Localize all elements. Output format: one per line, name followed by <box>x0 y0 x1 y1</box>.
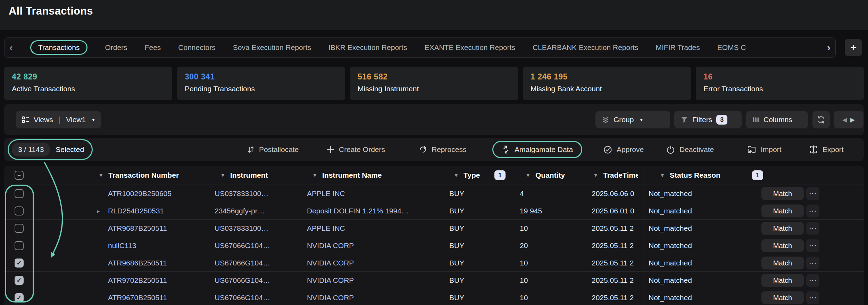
deactivate-button[interactable]: Deactivate <box>666 138 714 161</box>
tab-clearbank-execution-reports[interactable]: CLEARBANK Execution Reports <box>533 43 639 52</box>
transaction-number-link[interactable]: ATR9687B250511 <box>108 224 167 232</box>
filters-button[interactable]: Filters 3 <box>674 111 742 128</box>
row-checkbox[interactable]: ✓ <box>15 293 24 302</box>
match-button[interactable]: Match <box>761 274 804 287</box>
instrument-name-link[interactable]: NVIDIA CORP <box>307 294 354 302</box>
match-button[interactable]: Match <box>761 204 804 217</box>
stat-value: 1 246 195 <box>531 72 683 82</box>
instrument-link[interactable]: US67066G104… <box>215 276 270 285</box>
transaction-number-link[interactable]: ATR9702B250511 <box>108 276 167 285</box>
tab-fees[interactable]: Fees <box>145 43 161 52</box>
table-row: ▸ RLD254B250531 23456ggfy-pr… Deposit DO… <box>4 202 864 219</box>
create-orders-button[interactable]: Create Orders <box>327 138 385 161</box>
instrument-name-link[interactable]: Deposit DOLFIN 1.21% 1994… <box>307 207 409 215</box>
prev-icon[interactable]: ◀ <box>842 116 847 124</box>
row-checkbox[interactable]: ✓ <box>15 276 24 285</box>
transaction-number-link[interactable]: ATR10029B250605 <box>108 189 172 198</box>
import-button[interactable]: Import <box>747 138 782 161</box>
row-expander-icon[interactable]: ▸ <box>97 207 100 214</box>
tabs-scroll-right-icon[interactable]: › <box>827 42 831 53</box>
col-header-instrument-name[interactable]: Instrument Name <box>322 171 382 179</box>
sort-icon[interactable]: ▾ <box>455 172 458 178</box>
instrument-link[interactable]: 23456ggfy-pr… <box>215 207 265 215</box>
tab-transactions[interactable]: Transactions <box>30 40 87 55</box>
row-more-icon[interactable]: ⋯ <box>806 256 819 269</box>
tab-ibkr-execution-reports[interactable]: IBKR Execution Reports <box>328 43 407 52</box>
tab-orders[interactable]: Orders <box>105 43 127 52</box>
status-reason-cell: Not_matched <box>649 294 692 302</box>
sort-icon[interactable]: ▾ <box>222 172 224 178</box>
sort-icon[interactable]: ▾ <box>594 172 597 178</box>
col-header-quantity[interactable]: Quantity <box>535 171 565 179</box>
sort-icon[interactable]: ▾ <box>527 172 529 178</box>
columns-icon <box>752 116 759 124</box>
instrument-name-link[interactable]: APPLE INC <box>307 189 345 198</box>
approve-button[interactable]: Approve <box>603 138 644 161</box>
power-icon <box>666 145 675 154</box>
col-header-status-reason[interactable]: Status Reason <box>670 171 720 179</box>
export-button[interactable]: Export <box>809 138 844 161</box>
refresh-button[interactable] <box>812 111 830 128</box>
instrument-link[interactable]: US67066G104… <box>215 294 270 302</box>
col-header-type[interactable]: Type <box>464 171 480 179</box>
stat-cards: 42 829 Active Transactions 300 341 Pendi… <box>4 67 864 100</box>
sort-icon[interactable]: ▾ <box>314 172 316 178</box>
group-button[interactable]: Group ▾ <box>595 111 670 128</box>
divider: | <box>59 115 61 124</box>
stat-value: 300 341 <box>185 72 337 82</box>
tab-sova-execution-reports[interactable]: Sova Execution Reports <box>233 43 311 52</box>
col-header-instrument[interactable]: Instrument <box>230 171 268 179</box>
match-button[interactable]: Match <box>761 239 804 252</box>
stat-card-pending: 300 341 Pending Transactions <box>177 67 345 100</box>
row-more-icon[interactable]: ⋯ <box>806 291 819 304</box>
instrument-link[interactable]: US67066G104… <box>215 259 270 267</box>
reprocess-button[interactable]: Reprocess <box>419 138 466 161</box>
pagination-arrows[interactable]: ◀ ▶ <box>834 111 863 128</box>
row-more-icon[interactable]: ⋯ <box>806 204 819 217</box>
next-icon[interactable]: ▶ <box>850 116 855 124</box>
col-header-transaction-number[interactable]: Transaction Number <box>108 171 179 179</box>
transaction-number-link[interactable]: nullC113 <box>108 242 136 250</box>
sort-icon[interactable]: ▾ <box>100 172 102 178</box>
row-more-icon[interactable]: ⋯ <box>806 187 819 200</box>
transaction-number-link[interactable]: RLD254B250531 <box>108 207 164 215</box>
instrument-link[interactable]: US67066G104… <box>215 242 270 250</box>
postallocate-button[interactable]: Postallocate <box>247 138 299 161</box>
export-label: Export <box>823 145 844 154</box>
match-button[interactable]: Match <box>761 256 804 269</box>
select-all-checkbox[interactable]: – <box>15 171 24 180</box>
instrument-link[interactable]: US037833100… <box>215 189 268 198</box>
instrument-name-link[interactable]: NVIDIA CORP <box>307 259 354 267</box>
columns-button[interactable]: Columns <box>746 111 808 128</box>
match-button[interactable]: Match <box>761 187 804 200</box>
tab-connectors[interactable]: Connectors <box>178 43 215 52</box>
amalgamate-annotation-outline[interactable]: Amalgamate Data <box>492 141 582 158</box>
instrument-name-link[interactable]: NVIDIA CORP <box>307 242 354 250</box>
instrument-link[interactable]: US037833100… <box>215 224 268 232</box>
instrument-name-link[interactable]: APPLE INC <box>307 224 345 232</box>
tabs-scroll-left-icon[interactable]: ‹ <box>9 42 13 53</box>
amalgamate-label: Amalgamate Data <box>515 145 573 154</box>
sort-icon[interactable]: ▾ <box>661 172 664 178</box>
row-checkbox[interactable]: ✓ <box>15 259 24 268</box>
tab-eoms[interactable]: EOMS C <box>717 43 746 52</box>
row-checkbox[interactable] <box>15 241 24 250</box>
transaction-number-link[interactable]: ATR9686B250511 <box>108 259 167 267</box>
col-header-trade-time[interactable]: TradeTime <box>603 171 638 179</box>
match-button[interactable]: Match <box>761 222 804 235</box>
transaction-number-link[interactable]: ATR9670B250511 <box>108 294 167 302</box>
instrument-name-link[interactable]: NVIDIA CORP <box>307 276 354 285</box>
tab-exante-execution-reports[interactable]: EXANTE Execution Reports <box>424 43 515 52</box>
tab-mifir-trades[interactable]: MIFIR Trades <box>656 43 700 52</box>
row-checkbox[interactable] <box>15 189 24 198</box>
row-more-icon[interactable]: ⋯ <box>806 274 819 287</box>
row-more-icon[interactable]: ⋯ <box>806 239 819 252</box>
match-button[interactable]: Match <box>761 291 804 304</box>
views-selector[interactable]: Views | View1 ▾ <box>16 111 101 128</box>
row-more-icon[interactable]: ⋯ <box>806 222 819 235</box>
add-tab-button[interactable]: + <box>845 39 862 56</box>
row-checkbox[interactable] <box>15 224 24 233</box>
top-header: All Transactions <box>0 0 868 30</box>
table-row: ATR9687B250511 US037833100… APPLE INC BU… <box>4 219 864 237</box>
row-checkbox[interactable] <box>15 206 24 215</box>
